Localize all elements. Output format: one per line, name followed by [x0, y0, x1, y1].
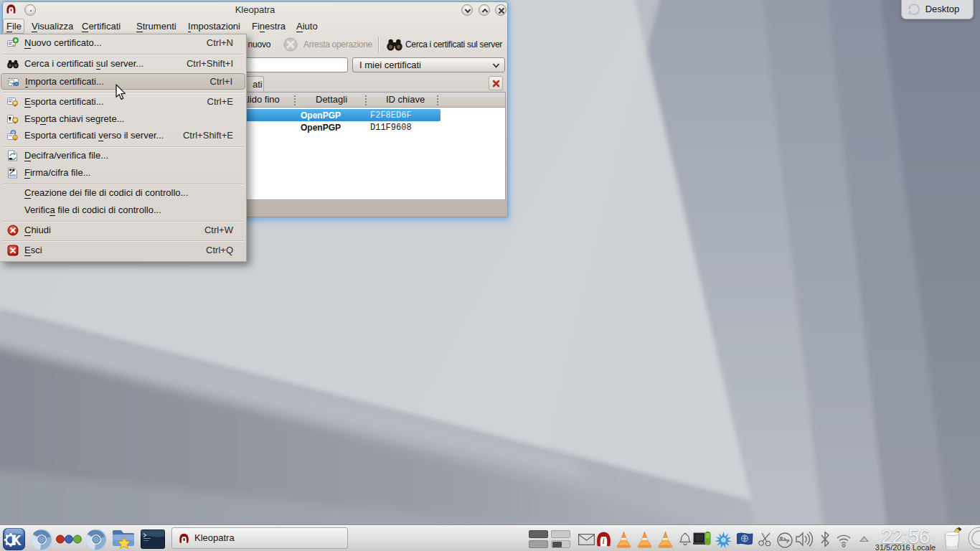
- svg-text:i: i: [603, 537, 605, 545]
- svg-text:K: K: [11, 532, 22, 548]
